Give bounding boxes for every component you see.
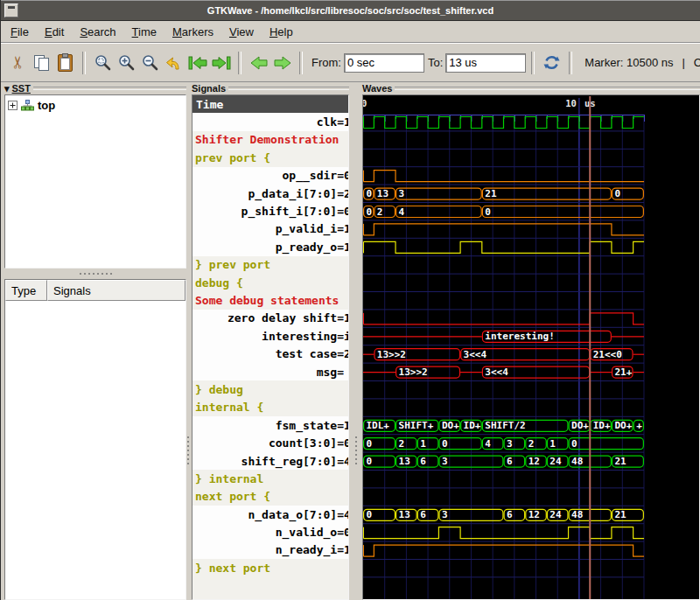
copy-icon[interactable]	[30, 51, 53, 74]
signal-name-p-ready-o[interactable]: p_ready_o=1	[192, 238, 348, 255]
to-input[interactable]	[445, 53, 526, 73]
column-header-signals[interactable]: Signals	[47, 280, 186, 301]
menu-file[interactable]: File	[3, 23, 37, 41]
bus-value-label: 48	[571, 509, 583, 520]
window-title: GTKWave - /home/lkcl/src/libresoc/soc/sr…	[207, 5, 494, 16]
waveform-canvas[interactable]: 010us01332100240interesting!13>>23<<421<…	[363, 96, 700, 600]
window-menu-button[interactable]	[4, 3, 18, 17]
bus-value-label: 0	[367, 206, 373, 218]
go-to-end-icon[interactable]	[209, 51, 233, 74]
expander-triangle-icon: ▾	[4, 83, 10, 94]
bus-value-label: 13	[399, 509, 410, 520]
shift-left-icon[interactable]	[247, 51, 270, 74]
toolbar-separator	[82, 52, 86, 74]
group-row[interactable]: } debug	[192, 380, 348, 398]
menu-view[interactable]: View	[221, 23, 262, 41]
comment-row[interactable]: Some debug statements	[192, 291, 348, 309]
bus-value-label: 4	[485, 438, 491, 450]
group-row[interactable]: } prev port	[192, 256, 348, 274]
waves-label: Waves	[362, 83, 392, 94]
main-area: ▾ SST top	[1, 80, 700, 600]
menu-help[interactable]: Help	[262, 23, 301, 41]
reload-icon[interactable]	[540, 51, 564, 74]
group-row[interactable]: } next port	[192, 559, 348, 576]
signal-name-count-3-0[interactable]: count[3:0]=0	[192, 434, 348, 451]
bus-value-label: 13	[399, 456, 410, 467]
bus-value-label: 0	[614, 188, 620, 199]
primary-marker[interactable]	[589, 96, 591, 600]
signal-name-zero-delay-shift[interactable]: zero delay shift=1	[192, 310, 348, 327]
signal-name-clk[interactable]: clk=1	[192, 113, 348, 130]
zoom-fit-icon[interactable]	[91, 51, 115, 74]
signal-name-n-ready-i[interactable]: n_ready_i=1	[192, 541, 348, 559]
bus-value-label: 13	[377, 188, 388, 199]
menu-search[interactable]: Search	[72, 23, 123, 41]
bus-value-label: 0	[571, 438, 578, 450]
signal-name-p-data-i-7-0[interactable]: p_data_i[7:0]=21	[192, 185, 348, 202]
group-row[interactable]: } internal	[192, 470, 348, 487]
shift-right-icon[interactable]	[270, 51, 294, 74]
bus-value-label: 21	[485, 188, 497, 199]
column-header-type[interactable]: Type	[5, 280, 47, 301]
cut-icon[interactable]: ✂	[6, 51, 30, 74]
bus-segment	[569, 438, 643, 450]
from-input[interactable]	[344, 53, 424, 73]
bus-segment	[482, 206, 643, 218]
paste-icon[interactable]	[53, 51, 77, 74]
waveform-area[interactable]: 010us01332100240interesting!13>>23<<421<…	[362, 94, 700, 600]
marker-readout: Marker: 10500 ns|Curso	[584, 56, 700, 69]
signal-name-test-case[interactable]: test case=21<<0	[192, 345, 348, 362]
pane-grip-left[interactable]	[185, 436, 192, 464]
tree-expand-icon[interactable]	[8, 101, 18, 110]
bus-value-label: 1	[550, 438, 556, 450]
toolbar-separator	[569, 52, 572, 74]
toolbar-separator	[238, 52, 242, 74]
bus-value-label: IDL+	[367, 420, 390, 431]
zoom-out-icon[interactable]	[138, 51, 162, 74]
zoom-in-icon[interactable]	[115, 51, 138, 74]
signal-name-n-data-o-7-0[interactable]: n_data_o[7:0]=48	[192, 506, 348, 523]
zoom-undo-icon[interactable]	[162, 51, 186, 74]
signal-name-shift-reg-7-0[interactable]: shift_reg[7:0]=48	[192, 452, 348, 470]
signal-name-p-shift-i-7-0[interactable]: p_shift_i[7:0]=0	[192, 202, 348, 220]
bus-value-label: +	[636, 420, 642, 431]
comment-row[interactable]: Shifter Demonstration	[192, 131, 348, 149]
group-row[interactable]: prev port {	[192, 149, 348, 166]
signal-name-p-valid-i[interactable]: p_valid_i=1	[192, 220, 348, 238]
bus-value-label: DO+	[614, 420, 632, 431]
menu-edit[interactable]: Edit	[37, 23, 72, 41]
signals-frame-header: Signals	[192, 82, 349, 94]
bus-value-label: 3	[507, 438, 513, 450]
sst-horizontal-grip[interactable]	[4, 269, 186, 279]
menu-time[interactable]: Time	[124, 23, 164, 41]
pane-grip-right[interactable]	[353, 436, 360, 464]
bus-value-label: 2	[377, 206, 383, 218]
signal-name-n-valid-o[interactable]: n_valid_o=0	[192, 523, 348, 541]
wave-bit-n-valid-o	[364, 527, 645, 539]
module-hierarchy-icon	[21, 100, 34, 111]
bus-value-label: 0	[442, 438, 448, 450]
to-label: To:	[428, 56, 443, 69]
bus-value-label: 21+	[614, 366, 632, 378]
sst-tree[interactable]: top	[4, 94, 186, 269]
group-row[interactable]: debug {	[192, 274, 348, 291]
tree-node-top[interactable]: top	[5, 95, 186, 115]
wave-bit-n-ready-i	[364, 545, 645, 556]
type-signals-body[interactable]	[5, 301, 186, 599]
sst-frame-header[interactable]: ▾ SST	[4, 82, 186, 94]
toolbar: ✂	[1, 43, 700, 82]
sst-label: SST	[12, 83, 31, 94]
bus-value-label: ID+	[593, 420, 611, 431]
signal-names-list: Timeclk=1Shifter Demonstrationprev port …	[192, 95, 348, 599]
bus-value-label: 48	[571, 456, 583, 467]
group-row[interactable]: next port {	[192, 488, 348, 506]
timeline-label-10: 10	[565, 98, 577, 108]
signal-name-fsm-state[interactable]: fsm_state=ID+	[192, 416, 348, 434]
signal-name-interesting[interactable]: interesting=interesting!	[192, 327, 348, 345]
group-row[interactable]: internal {	[192, 399, 348, 416]
bus-value-label: 6	[420, 456, 426, 467]
signal-name-msg[interactable]: msg=	[192, 363, 348, 380]
signal-name-op-sdir[interactable]: op__sdir=0	[192, 167, 348, 185]
go-to-start-icon[interactable]	[186, 51, 209, 74]
menu-markers[interactable]: Markers	[164, 23, 221, 41]
